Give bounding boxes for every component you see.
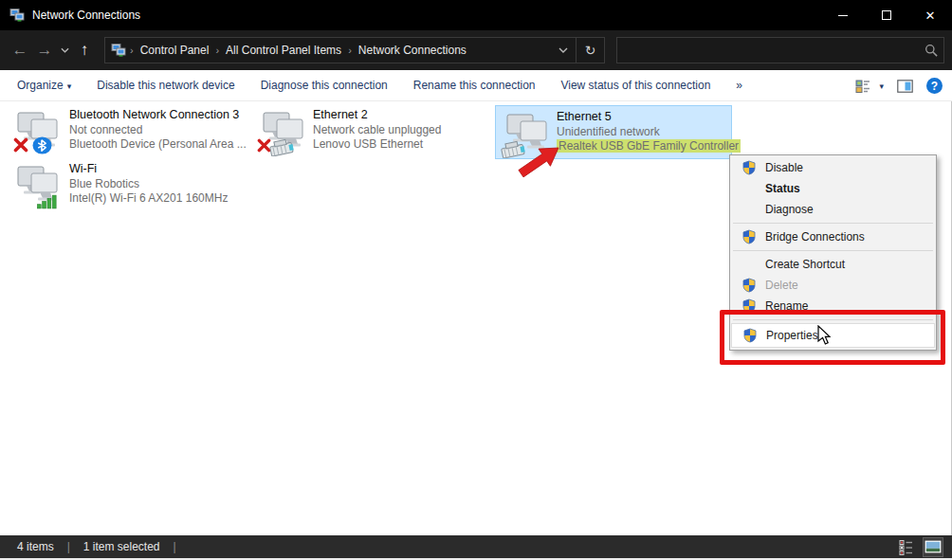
connection-name: Wi-Fi bbox=[69, 162, 228, 177]
uac-shield-icon bbox=[741, 278, 757, 293]
search-icon bbox=[919, 44, 943, 58]
connection-wifi[interactable]: Wi-Fi Blue Robotics Intel(R) Wi-Fi 6 AX2… bbox=[13, 162, 228, 210]
address-box[interactable]: › Control Panel › All Control Panel Item… bbox=[104, 37, 605, 63]
menu-item-diagnose[interactable]: Diagnose bbox=[731, 199, 935, 220]
caption-buttons: ✕ bbox=[821, 0, 952, 30]
connection-ethernet2[interactable]: Ethernet 2 Network cable unplugged Lenov… bbox=[257, 108, 441, 156]
titlebar: Network Connections ✕ bbox=[0, 0, 952, 30]
connection-device: Intel(R) Wi-Fi 6 AX201 160MHz bbox=[69, 191, 228, 207]
ethernet-adapter-icon bbox=[257, 109, 306, 156]
connection-text: Ethernet 5 Unidentified network Realtek … bbox=[557, 110, 741, 154]
maximize-icon bbox=[882, 10, 891, 20]
location-icon bbox=[111, 43, 126, 58]
forward-button[interactable]: → bbox=[32, 41, 57, 60]
organize-caret-icon: ▾ bbox=[67, 81, 72, 91]
connection-status: Unidentified network bbox=[557, 125, 741, 140]
icons-view-button[interactable] bbox=[924, 538, 943, 556]
statusbar-separator: | bbox=[174, 540, 176, 553]
more-commands-button[interactable]: » bbox=[736, 79, 742, 92]
connection-device: Bluetooth Device (Personal Area ... bbox=[69, 137, 247, 153]
uac-shield-icon bbox=[741, 160, 757, 175]
view-tiles-icon bbox=[855, 79, 870, 94]
connection-status: Network cable unplugged bbox=[313, 123, 441, 138]
connection-text: Bluetooth Network Connection 3 Not conne… bbox=[69, 108, 247, 156]
breadcrumb-control-panel[interactable]: Control Panel bbox=[134, 44, 216, 57]
change-view-button[interactable]: ▾ bbox=[855, 79, 884, 94]
preview-pane-icon[interactable] bbox=[897, 80, 913, 93]
statusbar-separator: | bbox=[67, 540, 70, 553]
menu-separator bbox=[733, 250, 933, 251]
disconnected-x-icon bbox=[16, 140, 27, 151]
close-icon: ✕ bbox=[925, 9, 936, 23]
breadcrumb-network-connections[interactable]: Network Connections bbox=[352, 44, 473, 57]
connection-device-highlighted: Realtek USB GbE Family Controller bbox=[557, 139, 741, 153]
connection-bluetooth[interactable]: Bluetooth Network Connection 3 Not conne… bbox=[13, 108, 247, 156]
menu-item-delete: Delete bbox=[731, 275, 935, 296]
disable-device-command[interactable]: Disable this network device bbox=[97, 79, 234, 92]
minimize-icon bbox=[838, 15, 848, 16]
connection-name: Ethernet 2 bbox=[313, 108, 441, 123]
organize-button[interactable]: Organize▾ bbox=[17, 79, 71, 92]
address-dropdown-button[interactable] bbox=[551, 38, 576, 63]
breadcrumb-all-control-panel-items[interactable]: All Control Panel Items bbox=[219, 44, 348, 57]
connections-list: Bluetooth Network Connection 3 Not conne… bbox=[0, 101, 952, 535]
connection-status: Blue Robotics bbox=[69, 177, 228, 192]
wifi-adapter-icon bbox=[13, 163, 63, 210]
help-button[interactable]: ? bbox=[926, 78, 943, 94]
maximize-button[interactable] bbox=[865, 0, 908, 30]
status-bar: 4 items | 1 item selected | bbox=[0, 535, 952, 558]
app-icon bbox=[9, 8, 25, 23]
view-caret-icon: ▾ bbox=[879, 81, 884, 91]
rename-connection-command[interactable]: Rename this connection bbox=[413, 79, 536, 92]
minimize-button[interactable] bbox=[821, 0, 865, 30]
disconnected-x-icon bbox=[259, 140, 268, 150]
bluetooth-badge-icon bbox=[33, 136, 52, 154]
statusbar-view-toggles bbox=[897, 538, 943, 556]
toolbar-right-icons: ▾ ? bbox=[855, 70, 943, 101]
command-bar: Organize▾ Disable this network device Di… bbox=[0, 70, 952, 101]
connection-text: Ethernet 2 Network cable unplugged Lenov… bbox=[313, 108, 441, 156]
connection-status: Not connected bbox=[69, 123, 247, 138]
menu-item-disable[interactable]: Disable bbox=[731, 157, 935, 178]
red-rectangle-annotation bbox=[720, 310, 945, 365]
address-bar: ← → ↑ › Control Panel › All Control Pane… bbox=[0, 30, 952, 70]
mouse-cursor bbox=[817, 325, 831, 345]
search-input[interactable] bbox=[617, 44, 919, 57]
red-arrow-annotation bbox=[506, 142, 563, 185]
up-button[interactable]: ↑ bbox=[72, 41, 97, 60]
menu-item-create-shortcut[interactable]: Create Shortcut bbox=[731, 254, 935, 275]
refresh-button[interactable]: ↻ bbox=[576, 38, 604, 63]
menu-item-bridge-connections[interactable]: Bridge Connections bbox=[731, 226, 935, 247]
uac-shield-icon bbox=[741, 229, 757, 244]
connection-text: Wi-Fi Blue Robotics Intel(R) Wi-Fi 6 AX2… bbox=[69, 162, 228, 210]
details-view-button[interactable] bbox=[897, 538, 916, 556]
diagnose-connection-command[interactable]: Diagnose this connection bbox=[261, 79, 388, 92]
connection-device: Lenovo USB Ethernet bbox=[313, 137, 441, 153]
items-count: 4 items bbox=[17, 540, 54, 553]
menu-item-status[interactable]: Status bbox=[731, 178, 935, 199]
recent-locations-button[interactable] bbox=[57, 47, 72, 53]
selection-count: 1 item selected bbox=[83, 540, 160, 553]
close-button[interactable]: ✕ bbox=[908, 0, 952, 30]
search-box[interactable] bbox=[616, 37, 944, 63]
bluetooth-adapter-icon bbox=[13, 109, 63, 156]
menu-separator bbox=[733, 223, 933, 224]
network-connections-window: Network Connections ✕ ← → ↑ › Control Pa… bbox=[0, 0, 952, 560]
back-button[interactable]: ← bbox=[8, 41, 32, 60]
view-status-command[interactable]: View status of this connection bbox=[560, 79, 710, 92]
connection-name: Bluetooth Network Connection 3 bbox=[69, 108, 247, 123]
window-title: Network Connections bbox=[32, 9, 821, 22]
connection-name: Ethernet 5 bbox=[557, 110, 741, 125]
